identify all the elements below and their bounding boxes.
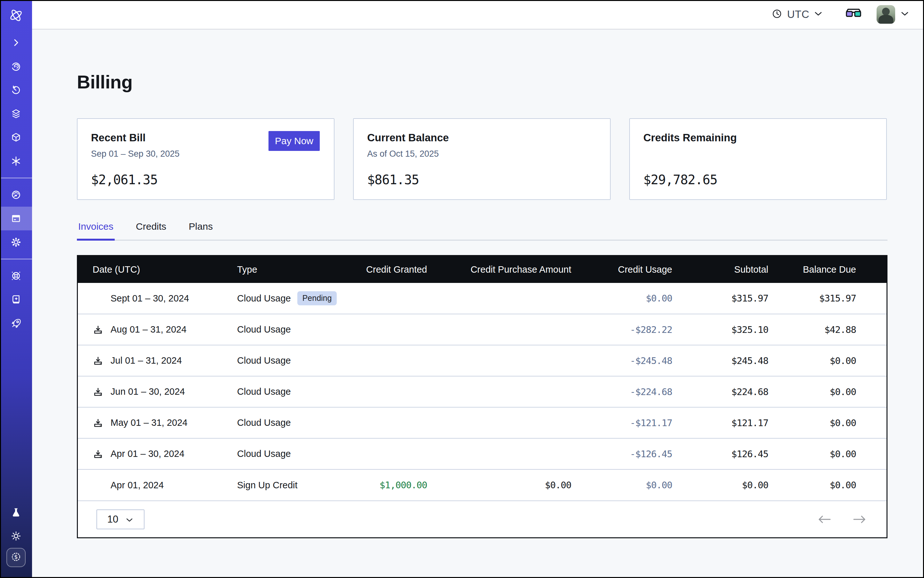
book-sparkle-icon <box>10 294 22 306</box>
credit-usage-value: -$224.68 <box>586 376 687 407</box>
subtotal-value: $126.45 <box>687 438 783 469</box>
dollar-badge-icon: $ <box>10 550 23 565</box>
table-row: Apr 01, 2024 Sign Up Credit $1,000.00 $0… <box>78 469 887 500</box>
balance-due-value: $0.00 <box>783 407 887 438</box>
top-header: UTC <box>32 0 924 29</box>
account-menu[interactable] <box>877 5 909 24</box>
sidebar-item-history[interactable] <box>0 78 32 102</box>
next-page-button[interactable] <box>853 515 867 524</box>
sidebar-item-layers[interactable] <box>0 102 32 126</box>
cube-icon <box>10 132 22 143</box>
balance-due-value: $315.97 <box>783 283 887 314</box>
gauge-icon <box>10 189 22 201</box>
card-title: Credits Remaining <box>643 132 873 144</box>
table-row: May 01 – 31, 2024 Cloud Usage -$121.17 $… <box>78 407 887 438</box>
column-header-type: Type <box>229 256 349 283</box>
invoices-table: Date (UTC) Type Credit Granted Credit Pu… <box>78 256 887 500</box>
helm-wheel-icon <box>10 270 22 282</box>
tab-plans[interactable]: Plans <box>187 221 214 240</box>
table-footer: 10 <box>78 500 887 537</box>
subtotal-value: $325.10 <box>687 314 783 345</box>
timezone-selector[interactable]: UTC <box>771 8 823 21</box>
credit-usage-value: -$126.45 <box>586 438 687 469</box>
invoice-type: Sign Up Credit <box>237 480 298 490</box>
sidebar-item-functions[interactable] <box>0 149 32 173</box>
content-column: UTC <box>32 0 924 578</box>
glasses-icon <box>845 8 862 21</box>
credit-purchase-value <box>442 283 586 314</box>
tab-credits[interactable]: Credits <box>135 221 167 240</box>
credit-purchase-value <box>442 314 586 345</box>
chevron-down-icon <box>125 514 133 525</box>
credit-granted-value <box>349 283 442 314</box>
sidebar-item-docs[interactable] <box>0 288 32 312</box>
sidebar-item-billing[interactable] <box>0 207 32 231</box>
sidebar-item-packages[interactable] <box>0 126 32 149</box>
download-invoice-button[interactable] <box>93 386 104 397</box>
timezone-label: UTC <box>787 8 809 21</box>
balance-due-value: $0.00 <box>783 438 887 469</box>
sidebar-item-settings[interactable] <box>0 231 32 254</box>
iris-icon <box>10 60 22 72</box>
history-timer-icon <box>10 84 22 96</box>
invoice-date: Jul 01 – 31, 2024 <box>110 355 182 366</box>
table-row: Aug 01 – 31, 2024 Cloud Usage -$282.22 $… <box>78 314 887 345</box>
table-row: Apr 01 – 30, 2024 Cloud Usage -$126.45 $… <box>78 438 887 469</box>
sidebar-item-labs[interactable] <box>0 500 32 524</box>
sidebar: $ <box>0 0 32 578</box>
gear-icon <box>10 236 22 248</box>
invoice-date: Aug 01 – 31, 2024 <box>110 324 187 335</box>
invoice-type: Cloud Usage <box>237 386 291 397</box>
download-invoice-button[interactable] <box>93 324 104 335</box>
balance-due-value: $0.00 <box>783 376 887 407</box>
invoice-date: Apr 01, 2024 <box>110 480 164 490</box>
pay-now-button[interactable]: Pay Now <box>268 131 320 151</box>
subtotal-value: $121.17 <box>687 407 783 438</box>
download-invoice-button[interactable] <box>93 448 104 459</box>
invoice-date: May 01 – 31, 2024 <box>110 417 187 428</box>
column-header-subtotal: Subtotal <box>687 256 783 283</box>
chevron-right-icon <box>10 37 22 49</box>
sidebar-item-support[interactable] <box>0 264 32 288</box>
download-invoice-button[interactable] <box>93 417 104 429</box>
clock-icon <box>771 8 783 21</box>
credit-purchase-value <box>442 345 586 376</box>
invoice-type: Cloud Usage <box>237 355 291 366</box>
subtotal-value: $224.68 <box>687 376 783 407</box>
credit-granted-value <box>349 376 442 407</box>
sidebar-logo[interactable] <box>0 0 32 31</box>
credit-granted-value <box>349 345 442 376</box>
invoice-date: Jun 01 – 30, 2024 <box>110 386 185 397</box>
sidebar-item-credits-badge[interactable]: $ <box>6 548 26 567</box>
tab-invoices[interactable]: Invoices <box>77 221 115 240</box>
credit-granted-value <box>349 407 442 438</box>
download-invoice-button[interactable] <box>93 355 104 366</box>
balance-due-value: $42.88 <box>783 314 887 345</box>
sidebar-item-getting-started[interactable] <box>0 312 32 335</box>
billing-app: $ UTC <box>0 0 924 578</box>
subtotal-value: $0.00 <box>687 469 783 500</box>
recent-bill-amount: $2,061.35 <box>91 172 320 187</box>
page-size-select[interactable]: 10 <box>96 510 145 529</box>
credit-usage-value: -$121.17 <box>586 407 687 438</box>
sidebar-divider <box>0 258 32 260</box>
credits-remaining-amount: $29,782.65 <box>643 172 873 187</box>
previous-page-button[interactable] <box>817 515 831 524</box>
table-header-row: Date (UTC) Type Credit Granted Credit Pu… <box>78 256 887 283</box>
card-subtitle: As of Oct 15, 2025 <box>367 149 596 159</box>
invoices-table-container: Date (UTC) Type Credit Granted Credit Pu… <box>77 255 887 538</box>
table-row: Jun 01 – 30, 2024 Cloud Usage -$224.68 $… <box>78 376 887 407</box>
column-header-credit-granted: Credit Granted <box>349 256 442 283</box>
sidebar-item-expand[interactable] <box>0 31 32 54</box>
credit-purchase-value <box>442 407 586 438</box>
billing-card-icon <box>10 213 22 225</box>
sun-icon <box>10 530 22 542</box>
view-mode-button[interactable] <box>845 8 862 21</box>
page-size-value: 10 <box>107 514 118 525</box>
sidebar-item-observe[interactable] <box>0 54 32 78</box>
card-title: Current Balance <box>367 132 596 144</box>
sidebar-item-usage[interactable] <box>0 183 32 207</box>
sidebar-item-theme[interactable] <box>0 524 32 548</box>
column-header-balance-due: Balance Due <box>783 256 887 283</box>
credit-usage-value: -$282.22 <box>586 314 687 345</box>
